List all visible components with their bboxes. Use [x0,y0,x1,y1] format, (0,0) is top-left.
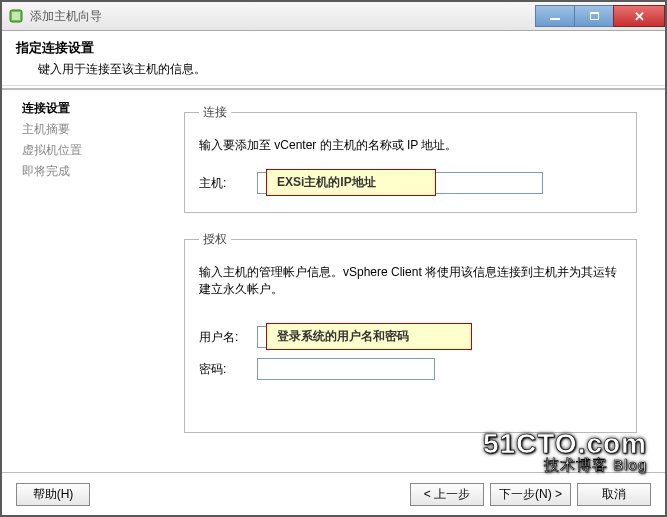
page-title: 指定连接设置 [16,39,651,57]
wizard-content: 连接 输入要添加至 vCenter 的主机的名称或 IP 地址。 主机: EXS… [174,86,665,473]
page-subtitle: 键入用于连接至该主机的信息。 [38,61,651,78]
step-connection[interactable]: 连接设置 [22,98,174,119]
svg-rect-1 [12,12,20,20]
connection-group: 连接 输入要添加至 vCenter 的主机的名称或 IP 地址。 主机: EXS… [184,104,637,213]
maximize-button[interactable] [574,5,614,27]
titlebar: 添加主机向导 ✕ [2,2,665,31]
step-finish[interactable]: 即将完成 [22,161,174,182]
step-summary[interactable]: 主机摘要 [22,119,174,140]
host-label: 主机: [199,175,257,192]
wizard-header: 指定连接设置 键入用于连接至该主机的信息。 [2,31,665,90]
window-controls: ✕ [536,5,665,27]
connection-desc: 输入要添加至 vCenter 的主机的名称或 IP 地址。 [199,137,622,154]
step-vm-location[interactable]: 虚拟机位置 [22,140,174,161]
help-button[interactable]: 帮助(H) [16,483,90,506]
auth-group: 授权 输入主机的管理帐户信息。vSphere Client 将使用该信息连接到主… [184,231,637,433]
cancel-button[interactable]: 取消 [577,483,651,506]
minimize-button[interactable] [535,5,575,27]
app-icon [8,8,24,24]
back-button[interactable]: < 上一步 [410,483,484,506]
close-button[interactable]: ✕ [613,5,665,27]
wizard-footer: 帮助(H) < 上一步 下一步(N) > 取消 [2,472,665,515]
host-callout: EXSi主机的IP地址 [266,169,436,196]
next-button[interactable]: 下一步(N) > [490,483,571,506]
window-title: 添加主机向导 [30,8,102,25]
wizard-steps: 连接设置 主机摘要 虚拟机位置 即将完成 [2,86,174,473]
window-frame: 添加主机向导 ✕ 指定连接设置 键入用于连接至该主机的信息。 连接设置 主机摘要… [0,0,667,517]
password-label: 密码: [199,361,257,378]
auth-legend: 授权 [199,231,231,248]
auth-desc: 输入主机的管理帐户信息。vSphere Client 将使用该信息连接到主机并为… [199,264,622,298]
password-input[interactable] [257,358,435,380]
auth-callout: 登录系统的用户名和密码 [266,323,472,350]
username-label: 用户名: [199,329,257,346]
nav-buttons: < 上一步 下一步(N) > 取消 [410,483,651,506]
wizard-body: 连接设置 主机摘要 虚拟机位置 即将完成 连接 输入要添加至 vCenter 的… [2,85,665,473]
connection-legend: 连接 [199,104,231,121]
